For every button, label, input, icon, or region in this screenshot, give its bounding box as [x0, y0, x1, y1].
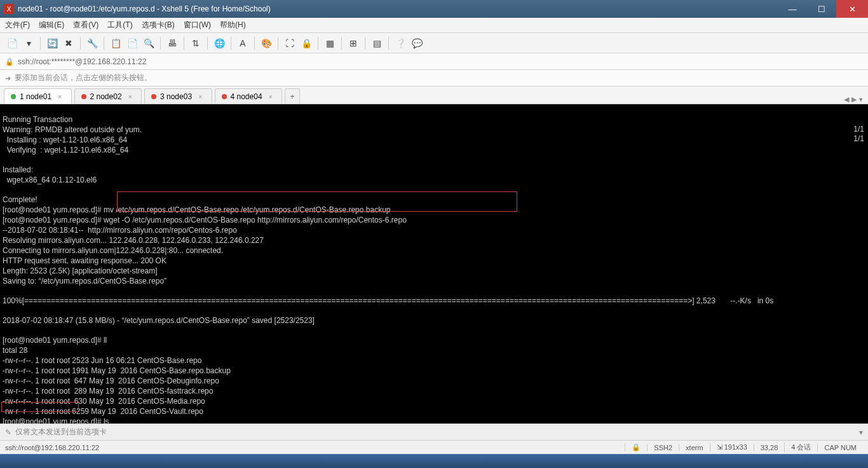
maximize-button[interactable] — [807, 0, 836, 18]
tab-node01[interactable]: 1 node01× — [4, 88, 72, 104]
send-dropdown-icon[interactable]: ▾ — [859, 428, 863, 437]
app-icon: X — [4, 4, 14, 14]
close-button[interactable] — [836, 0, 868, 18]
term-line: wget.x86_64 0:1.12-10.el6 — [3, 176, 97, 184]
close-tab-icon[interactable]: × — [269, 93, 273, 100]
address-bar: ssh://root:********@192.168.220.11:22 — [0, 53, 868, 70]
print-icon[interactable]: 🖶 — [165, 36, 179, 50]
dropdown-icon[interactable]: ▾ — [22, 36, 36, 50]
term-line: Running Transaction — [3, 115, 72, 124]
fullscreen-icon[interactable]: ⛶ — [283, 36, 297, 50]
menu-file[interactable]: 文件(F) — [5, 20, 30, 31]
menu-window[interactable]: 窗口(W) — [184, 20, 211, 31]
copy-icon[interactable]: 📋 — [109, 36, 123, 50]
window-titlebar: X node01 - root@node01:/etc/yum.repos.d … — [0, 0, 868, 18]
tab-menu-icon[interactable]: ▾ — [859, 95, 863, 104]
term-line: Installed: — [3, 165, 33, 174]
reconnect-icon[interactable]: 🔄 — [45, 36, 59, 50]
globe-icon[interactable]: 🌐 — [212, 36, 226, 50]
add-tab-button[interactable]: + — [285, 88, 300, 104]
status-bar: ssh://root@192.168.220.11:22 🔒 SSH2 xter… — [0, 440, 868, 454]
term-line: -rw-r--r--. 1 root root 289 May 19 2016 … — [3, 387, 213, 396]
status-sessions: 4 会话 — [784, 443, 817, 452]
term-line: -rw-r--r--. 1 root root 1991 May 19 2016… — [3, 366, 231, 375]
status-term-type: xterm — [679, 444, 710, 451]
status-connection: ssh://root@192.168.220.11:22 — [5, 444, 105, 451]
terminal-output[interactable]: Running Transaction Warning: RPMDB alter… — [0, 104, 868, 423]
status-size-icon: ⇲ — [717, 443, 722, 451]
term-line: Saving to: “/etc/yum.repos.d/CentOS-Base… — [3, 277, 166, 286]
term-line: Connecting to mirrors.aliyun.com|122.246… — [3, 246, 223, 255]
menu-view[interactable]: 查看(V) — [73, 20, 98, 31]
term-line: total 28 — [3, 346, 27, 355]
status-dot-icon — [81, 94, 86, 99]
send-icon: ✎ — [5, 428, 11, 437]
tile-icon[interactable]: ▦ — [323, 36, 337, 50]
term-line: --2018-07-02 08:18:41-- http://mirrors.a… — [3, 226, 237, 235]
arrow-icon[interactable] — [5, 74, 11, 83]
font-icon[interactable]: A — [236, 36, 250, 50]
help-icon[interactable]: ❔ — [393, 36, 407, 50]
menu-tools[interactable]: 工具(T) — [107, 20, 132, 31]
term-line: HTTP request sent, awaiting response... … — [3, 256, 166, 265]
tab-node02[interactable]: 2 node02× — [74, 88, 142, 104]
status-protocol: SSH2 — [647, 444, 679, 451]
send-text: 仅将文本发送到当前选项卡 — [15, 427, 107, 437]
term-line: [root@node01 yum.repos.d]# wget -O /etc/… — [3, 216, 407, 224]
tab-prev-icon[interactable]: ◀ — [844, 95, 849, 104]
tab-node04[interactable]: 4 node04× — [215, 88, 283, 104]
properties-icon[interactable]: 🔧 — [85, 36, 99, 50]
find-icon[interactable]: 🔍 — [142, 36, 156, 50]
term-line: Complete! — [3, 195, 37, 204]
tab-icon[interactable]: ⊞ — [346, 36, 360, 50]
status-caps: CAP NUM — [817, 444, 863, 451]
menu-bar: 文件(F) 编辑(E) 查看(V) 工具(T) 选项卡(B) 窗口(W) 帮助(… — [0, 18, 868, 33]
close-tab-icon[interactable]: × — [58, 93, 62, 100]
term-count: 1/1 — [853, 134, 864, 144]
lock-icon — [5, 57, 14, 66]
session-tabs: 1 node01× 2 node02× 3 node03× 4 node04× … — [0, 86, 868, 104]
term-line: Resolving mirrors.aliyun.com... 122.246.… — [3, 236, 264, 245]
term-line: -rw-r--r--. 1 root root 2523 Jun 16 06:2… — [3, 356, 201, 365]
address-text[interactable]: ssh://root:********@192.168.220.11:22 — [18, 57, 146, 66]
term-line: Installing : wget-1.12-10.el6.x86_64 — [3, 135, 127, 144]
windows-taskbar[interactable] — [0, 454, 868, 468]
close-tab-icon[interactable]: × — [198, 93, 202, 100]
term-progress: ========================================… — [24, 296, 773, 305]
toolbar: 📄 ▾ 🔄 ✖ 🔧 📋 📄 🔍 🖶 ⇅ 🌐 A 🎨 ⛶ 🔒 ▦ ⊞ ▤ ❔ 💬 — [0, 33, 868, 53]
term-count: 1/1 — [853, 125, 864, 134]
close-tab-icon[interactable]: × — [128, 93, 132, 100]
term-line: -rw-r--r--. 1 root root 6259 May 19 2016… — [3, 407, 203, 416]
term-line: -rw-r--r--. 1 root root 630 May 19 2016 … — [3, 397, 205, 406]
tab-next-icon[interactable]: ▶ — [851, 95, 857, 104]
term-line: -rw-r--r--. 1 root root 647 May 19 2016 … — [3, 376, 219, 385]
status-cursor-pos: 33,28 — [754, 444, 785, 451]
tab-label: 3 node03 — [160, 92, 192, 101]
term-line: Warning: RPMDB altered outside of yum. — [3, 125, 142, 134]
term-line: Verifying : wget-1.12-10.el6.x86_64 — [3, 146, 128, 155]
color-icon[interactable]: 🎨 — [259, 36, 273, 50]
menu-tabs[interactable]: 选项卡(B) — [142, 20, 175, 31]
hint-text: 要添加当前会话，点击左侧的箭头按钮。 — [15, 72, 152, 83]
disconnect-icon[interactable]: ✖ — [62, 36, 76, 50]
tab-node03[interactable]: 3 node03× — [144, 88, 212, 104]
status-dot-icon — [222, 94, 227, 99]
cascade-icon[interactable]: ▤ — [370, 36, 384, 50]
term-line: [root@node01 yum.repos.d]# ll — [3, 336, 107, 345]
menu-edit[interactable]: 编辑(E) — [39, 20, 64, 31]
status-size: 191x33 — [724, 443, 747, 451]
paste-icon[interactable]: 📄 — [125, 36, 139, 50]
status-dot-icon — [11, 94, 16, 99]
lock-icon[interactable]: 🔒 — [299, 36, 313, 50]
hint-bar: 要添加当前会话，点击左侧的箭头按钮。 — [0, 70, 868, 86]
tab-label: 1 node01 — [20, 92, 51, 101]
new-session-icon[interactable]: 📄 — [5, 36, 19, 50]
minimize-button[interactable] — [778, 0, 807, 18]
send-bar[interactable]: ✎ 仅将文本发送到当前选项卡 ▾ — [0, 423, 868, 440]
transfer-icon[interactable]: ⇅ — [189, 36, 203, 50]
about-icon[interactable]: 💬 — [410, 36, 424, 50]
menu-help[interactable]: 帮助(H) — [220, 20, 246, 31]
tab-label: 4 node04 — [231, 92, 262, 101]
term-line: 100%[ — [3, 296, 24, 305]
term-line: [root@node01 yum.repos.d]# mv /etc/yum.r… — [3, 205, 390, 214]
